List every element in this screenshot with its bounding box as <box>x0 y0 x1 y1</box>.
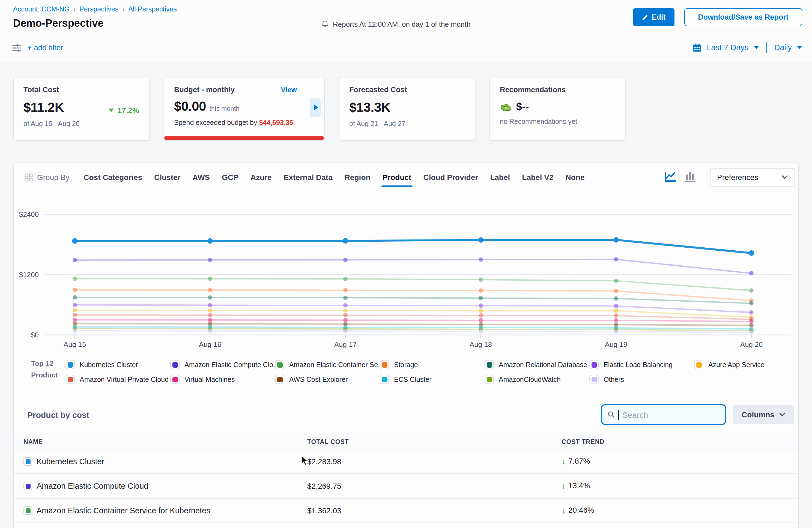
calendar-icon <box>693 43 702 52</box>
product-name: Amazon Elastic Compute Cloud <box>37 482 148 490</box>
legend-label: Amazon Virtual Private Cloud <box>80 376 169 383</box>
breadcrumb-perspectives-link[interactable]: Perspectives <box>79 5 118 13</box>
svg-text:$1200: $1200 <box>19 270 39 279</box>
row-color-swatch <box>24 482 32 490</box>
legend-item-elastic-load-balancing[interactable]: Elastic Load Balancing <box>589 360 694 369</box>
tab-label-v2[interactable]: Label V2 <box>522 173 553 182</box>
time-controls: Last 7 Days Daily <box>693 33 802 62</box>
cost-trend-cell: ↓20.46% <box>562 505 594 514</box>
legend-label: Others <box>604 376 624 383</box>
legend-item-storage[interactable]: Storage <box>380 360 484 369</box>
chart-type-toggle <box>664 171 696 183</box>
perspective-main-panel: Group By Cost CategoriesClusterAWSGCPAzu… <box>13 163 799 528</box>
budget-next-button[interactable] <box>310 98 321 117</box>
preferences-label: Preferences <box>717 173 758 182</box>
chart-line-others <box>75 331 751 332</box>
tab-label[interactable]: Label <box>490 173 510 182</box>
forecasted-cost-value: $13.3K <box>349 100 390 115</box>
download-save-report-button[interactable]: Download/Save as Report <box>684 8 802 26</box>
legend-items: Kubernetes ClusterAmazon Elastic Compute… <box>66 357 784 387</box>
svg-text:Aug 15: Aug 15 <box>63 340 86 349</box>
arrow-down-icon: ↓ <box>562 506 566 514</box>
legend-item-ecs-cluster[interactable]: ECS Cluster <box>380 375 484 384</box>
add-filter-button[interactable]: + add filter <box>27 43 63 52</box>
legend-item-amazon-elastic-container-se[interactable]: Amazon Elastic Container Se... <box>275 360 380 369</box>
columns-button-label: Columns <box>742 410 774 419</box>
breadcrumb-account-link[interactable]: Account: CCM-NG <box>13 5 70 13</box>
svg-text:Aug 16: Aug 16 <box>199 340 221 349</box>
preferences-dropdown[interactable]: Preferences <box>710 168 795 187</box>
table-toolbar: Product by cost Columns <box>14 403 798 427</box>
breadcrumb-separator: › <box>122 5 125 13</box>
legend-item-aws-cost-explorer[interactable]: AWS Cost Explorer <box>275 375 380 384</box>
column-header-cost-trend[interactable]: COST TREND <box>562 439 605 445</box>
chart-line-elastic-load-balancing <box>75 305 751 312</box>
legend-label: Storage <box>394 361 418 368</box>
tab-none[interactable]: None <box>565 173 584 182</box>
legend-item-virtual-machines[interactable]: Virtual Machines <box>170 375 275 384</box>
bar-chart-icon[interactable] <box>685 171 696 183</box>
trend-percent: 13.4% <box>568 481 590 490</box>
legend-item-others[interactable]: Others <box>589 375 694 384</box>
tab-cluster[interactable]: Cluster <box>154 173 180 182</box>
budget-view-link[interactable]: View <box>281 86 297 94</box>
chevron-down-icon[interactable] <box>797 46 802 49</box>
legend-swatch <box>170 375 179 384</box>
total-cost-trend: 17.2% <box>109 106 139 115</box>
column-header-name[interactable]: NAME <box>24 439 43 445</box>
legend-item-amazon-elastic-compute-clo[interactable]: Amazon Elastic Compute Clo... <box>170 360 275 369</box>
table-row-kubernetes-cluster[interactable]: Kubernetes Cluster$2,283.98↓7.87% <box>14 450 798 474</box>
legend-item-amazon-virtual-private-cloud[interactable]: Amazon Virtual Private Cloud <box>66 375 170 384</box>
legend-label: Virtual Machines <box>185 376 235 383</box>
legend-swatch <box>589 375 599 384</box>
budget-exceeded-amount: $44,693.35 <box>259 119 293 127</box>
group-by-label: Group By <box>25 173 69 182</box>
legend-item-kubernetes-cluster[interactable]: Kubernetes Cluster <box>66 360 170 369</box>
columns-button[interactable]: Columns <box>733 405 794 424</box>
legend-item-amazon-relational-database[interactable]: Amazon Relational Database ... <box>484 360 589 369</box>
tab-region[interactable]: Region <box>345 173 371 182</box>
legend-title: Top 12 Product <box>31 358 58 381</box>
legend-swatch <box>66 360 75 369</box>
budget-exceeded-note: Spend exceeded budget by $44,693.35 <box>174 119 314 127</box>
recommendations-card: Recommendations $-- no Recommendations y… <box>490 77 626 141</box>
line-chart-icon[interactable] <box>664 171 677 183</box>
cost-line-chart[interactable]: $0$1200$2400Aug 15Aug 16Aug 17Aug 18Aug … <box>14 203 799 355</box>
row-color-swatch <box>24 506 32 515</box>
tab-azure[interactable]: Azure <box>250 173 272 182</box>
tab-gcp[interactable]: GCP <box>222 173 238 182</box>
breadcrumb: Account: CCM-NG › Perspectives › All Per… <box>13 5 177 13</box>
tab-aws[interactable]: AWS <box>192 173 210 182</box>
tab-external-data[interactable]: External Data <box>284 173 333 182</box>
legend-label: Amazon Elastic Compute Clo... <box>185 361 279 368</box>
legend-item-azure-app-service[interactable]: Azure App Service <box>694 360 784 369</box>
tab-cost-categories[interactable]: Cost Categories <box>84 173 142 182</box>
legend-swatch <box>589 360 599 369</box>
search-input[interactable] <box>601 404 726 425</box>
tab-cloud-provider[interactable]: Cloud Provider <box>423 173 478 182</box>
edit-button[interactable]: Edit <box>633 8 675 26</box>
column-header-total-cost[interactable]: TOTAL COST <box>307 439 349 445</box>
recommendations-value: $-- <box>516 101 529 113</box>
product-name: Amazon Elastic Container Service for Kub… <box>37 506 211 515</box>
granularity-dropdown[interactable]: Daily <box>774 43 792 52</box>
search-field[interactable] <box>622 410 720 419</box>
filter-sliders-icon[interactable] <box>11 43 22 54</box>
date-range-dropdown[interactable]: Last 7 Days <box>707 43 749 52</box>
tab-product[interactable]: Product <box>382 173 411 182</box>
legend-swatch <box>484 375 494 384</box>
budget-progress-bar <box>164 136 324 140</box>
chevron-down-icon[interactable] <box>754 46 759 49</box>
legend-label: AmazonCloudWatch <box>499 376 561 383</box>
forecasted-cost-period: of Aug 21 - Aug 27 <box>349 120 465 128</box>
table-row-amazon-elastic-compute-cloud[interactable]: Amazon Elastic Compute Cloud$2,269.75↓13… <box>14 474 798 499</box>
reports-note-text: Reports At 12:00 AM, on day 1 of the mon… <box>333 20 470 28</box>
legend-swatch <box>170 360 179 369</box>
legend-item-amazoncloudwatch[interactable]: AmazonCloudWatch <box>484 375 589 384</box>
chevron-down-icon <box>779 413 785 416</box>
total-cost-cell: $2,283.98 <box>307 457 341 466</box>
svg-text:$0: $0 <box>31 331 39 339</box>
table-row-amazon-elastic-container-service-for-kubernetes[interactable]: Amazon Elastic Container Service for Kub… <box>14 499 798 523</box>
forecasted-cost-card: Forecasted Cost $13.3K of Aug 21 - Aug 2… <box>339 77 475 141</box>
breadcrumb-all-perspectives-link[interactable]: All Perspectives <box>128 5 177 13</box>
